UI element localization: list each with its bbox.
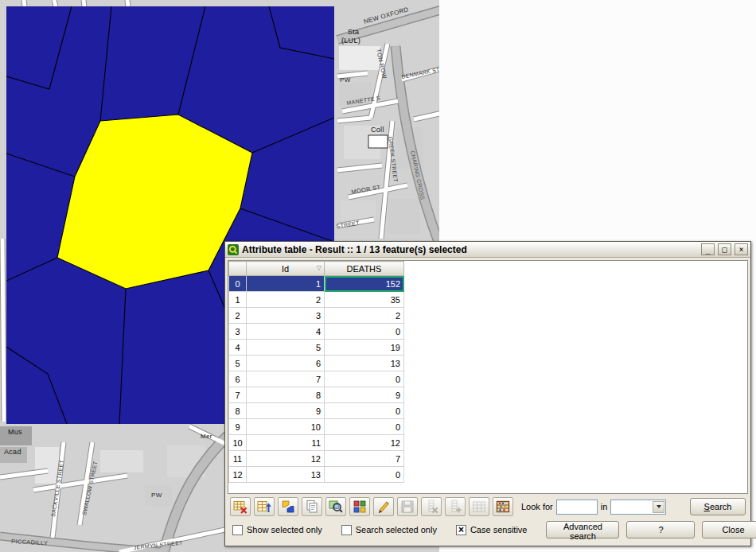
- pencil-icon: [376, 500, 391, 514]
- table-row[interactable]: 890: [229, 403, 404, 419]
- unselect-all-button[interactable]: [230, 497, 251, 516]
- checkbox-icon[interactable]: [341, 525, 352, 535]
- search-button[interactable]: Search: [690, 498, 746, 515]
- table-row[interactable]: 12130: [229, 467, 404, 483]
- cell-id[interactable]: 7: [247, 371, 325, 387]
- table-viewport: Id ▽ DEATHS 0115212352323404519561367078…: [228, 260, 748, 494]
- row-header-cell[interactable]: 10: [229, 435, 247, 451]
- cell-deaths[interactable]: 13: [325, 356, 404, 371]
- look-for-input[interactable]: [556, 500, 598, 515]
- cell-id[interactable]: 2: [247, 292, 325, 308]
- checkbox-label: Search selected only: [356, 525, 437, 535]
- zoom-to-selection-button[interactable]: [325, 497, 346, 516]
- row-header-cell[interactable]: 9: [229, 419, 247, 435]
- help-button[interactable]: ?: [626, 521, 695, 538]
- table-row[interactable]: 9100: [229, 419, 404, 435]
- table-row[interactable]: 670: [229, 371, 404, 387]
- cell-id[interactable]: 13: [247, 467, 325, 483]
- column-header-deaths[interactable]: DEATHS: [325, 262, 404, 276]
- cell-deaths[interactable]: 0: [325, 467, 404, 483]
- row-header-cell[interactable]: 4: [229, 340, 247, 356]
- table-row[interactable]: 789: [229, 387, 404, 403]
- cell-deaths[interactable]: 0: [325, 419, 404, 435]
- cell-deaths[interactable]: 19: [325, 340, 404, 356]
- corner-header[interactable]: [229, 262, 247, 276]
- cell-id[interactable]: 3: [247, 308, 325, 324]
- new-column-button[interactable]: [445, 497, 466, 516]
- save-edits-button[interactable]: [397, 497, 418, 516]
- cell-deaths[interactable]: 2: [325, 308, 404, 324]
- cell-id[interactable]: 5: [247, 340, 325, 356]
- cell-deaths[interactable]: 152: [325, 276, 404, 292]
- row-header-cell[interactable]: 2: [229, 308, 247, 324]
- close-button[interactable]: Close: [702, 521, 756, 538]
- field-calculator-button[interactable]: [493, 497, 513, 516]
- table-row[interactable]: 340: [229, 324, 404, 340]
- dropdown-arrow-button[interactable]: [653, 501, 664, 513]
- invert-selection-icon: [281, 500, 295, 514]
- cell-id[interactable]: 1: [247, 276, 325, 292]
- cell-deaths[interactable]: 0: [325, 324, 404, 340]
- maximize-button[interactable]: □: [718, 243, 731, 255]
- table-row[interactable]: 11127: [229, 451, 404, 467]
- pan-to-selection-button[interactable]: [349, 497, 370, 516]
- cell-id[interactable]: 8: [247, 387, 325, 403]
- field-dropdown[interactable]: [610, 500, 666, 515]
- table-row[interactable]: 101112: [229, 435, 404, 451]
- row-header-cell[interactable]: 7: [229, 387, 247, 403]
- cell-id[interactable]: 10: [247, 419, 325, 435]
- move-selection-to-top-button[interactable]: [254, 497, 275, 516]
- checkbox-icon[interactable]: ×: [456, 525, 466, 535]
- titlebar[interactable]: Attribute table - Result :: 1 / 13 featu…: [225, 242, 750, 258]
- row-header-cell[interactable]: 6: [229, 371, 247, 387]
- table-row[interactable]: 5613: [229, 356, 404, 371]
- coll-building: [368, 135, 388, 148]
- map-label: (LUL): [341, 37, 360, 45]
- row-header-cell[interactable]: 3: [229, 324, 247, 340]
- checkbox-group: Show selected onlySearch selected only×C…: [232, 525, 527, 535]
- cell-deaths[interactable]: 0: [325, 371, 404, 387]
- zoom-to-selection-icon: [329, 500, 343, 514]
- cell-deaths[interactable]: 0: [325, 403, 404, 419]
- row-header-cell[interactable]: 8: [229, 403, 247, 419]
- table-row[interactable]: 1235: [229, 292, 404, 308]
- cell-deaths[interactable]: 35: [325, 292, 404, 308]
- look-for-label: Look for: [521, 502, 553, 511]
- copy-selected-rows-button[interactable]: [302, 497, 322, 516]
- row-header-cell[interactable]: 0: [229, 276, 247, 292]
- cell-id[interactable]: 9: [247, 403, 325, 419]
- cell-deaths[interactable]: 12: [325, 435, 404, 451]
- checkbox-search-selected-only[interactable]: Search selected only: [341, 525, 437, 535]
- table-row[interactable]: 232: [229, 308, 404, 324]
- cell-id[interactable]: 11: [247, 435, 325, 451]
- column-header-id[interactable]: Id ▽: [247, 262, 325, 276]
- invert-selection-button[interactable]: [278, 497, 298, 516]
- row-header-cell[interactable]: 12: [229, 467, 247, 483]
- advanced-search-button[interactable]: Advanced search: [546, 521, 619, 538]
- checkbox-show-selected-only[interactable]: Show selected only: [232, 525, 322, 535]
- cell-id[interactable]: 6: [247, 356, 325, 371]
- toggle-editing-button[interactable]: [373, 497, 394, 516]
- row-header-cell[interactable]: 11: [229, 451, 247, 467]
- minimize-button[interactable]: _: [701, 243, 715, 255]
- copy-icon: [305, 500, 319, 514]
- cell-deaths[interactable]: 7: [325, 451, 404, 467]
- checkbox-icon[interactable]: [232, 525, 243, 535]
- dialog-body: Id ▽ DEATHS 0115212352323404519561367078…: [225, 258, 750, 546]
- save-icon: [400, 500, 415, 514]
- map-label: Sta: [348, 28, 359, 36]
- row-header-cell[interactable]: 5: [229, 356, 247, 371]
- row-header-cell[interactable]: 1: [229, 292, 247, 308]
- cell-deaths[interactable]: 9: [325, 387, 404, 403]
- delete-column-button[interactable]: [421, 497, 442, 516]
- field-calculator-icon: [496, 500, 510, 514]
- checkbox-label: Show selected only: [247, 525, 322, 535]
- open-table-button[interactable]: [469, 497, 489, 516]
- table-row[interactable]: 01152: [229, 276, 404, 292]
- in-label: in: [601, 502, 608, 511]
- close-window-button[interactable]: ×: [735, 243, 748, 255]
- table-row[interactable]: 4519: [229, 340, 404, 356]
- cell-id[interactable]: 4: [247, 324, 325, 340]
- cell-id[interactable]: 12: [247, 451, 325, 467]
- checkbox-case-sensitive[interactable]: ×Case sensitive: [456, 525, 528, 535]
